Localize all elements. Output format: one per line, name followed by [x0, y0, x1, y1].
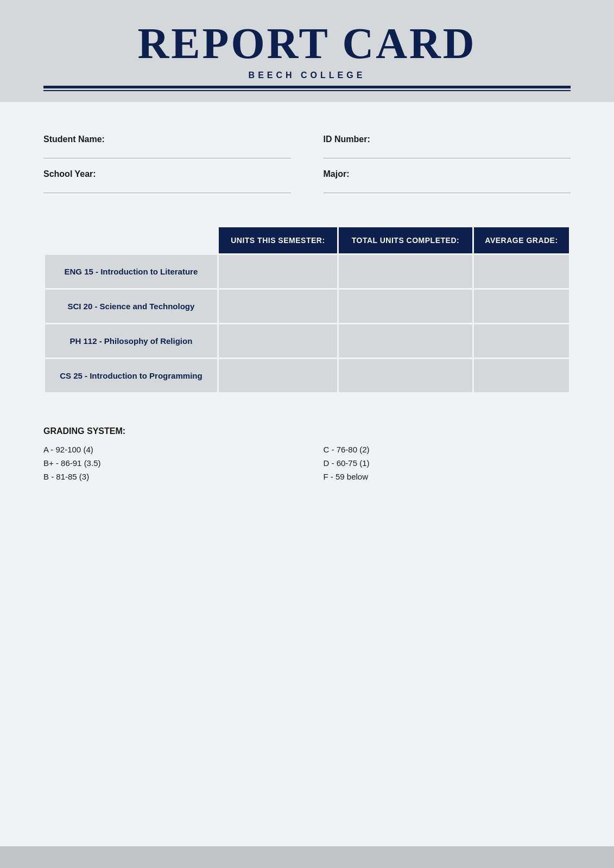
divider-thick	[43, 86, 571, 88]
id-number-line	[324, 148, 571, 158]
student-name-line	[43, 148, 291, 158]
cs25-units-semester	[219, 359, 337, 392]
page-wrapper: REPORT CARD BEECH COLLEGE Student Name: …	[0, 0, 614, 868]
id-number-label: ID Number:	[324, 135, 571, 144]
course-cs25: CS 25 - Introduction to Programming	[45, 359, 217, 392]
school-year-label: School Year:	[43, 169, 291, 179]
cs25-total-units	[339, 359, 472, 392]
course-eng15: ENG 15 - Introduction to Literature	[45, 255, 217, 288]
major-label: Major:	[324, 169, 571, 179]
course-ph112: PH 112 - Philosophy of Religion	[45, 324, 217, 358]
sci20-average-grade	[474, 290, 569, 323]
eng15-average-grade	[474, 255, 569, 288]
sci20-total-units	[339, 290, 472, 323]
ph112-units-semester	[219, 324, 337, 358]
th-course	[45, 227, 217, 253]
cs25-average-grade	[474, 359, 569, 392]
header: REPORT CARD BEECH COLLEGE	[0, 0, 614, 102]
ph112-total-units	[339, 324, 472, 358]
main-content: Student Name: ID Number: School Year: Ma…	[0, 102, 614, 846]
school-year-line	[43, 182, 291, 193]
table-row: CS 25 - Introduction to Programming	[45, 359, 569, 392]
grade-b: B - 81-85 (3)	[43, 472, 291, 481]
grade-f: F - 59 below	[324, 472, 571, 481]
grade-bplus: B+ - 86-91 (3.5)	[43, 458, 291, 468]
major-field: Major:	[324, 169, 571, 193]
ph112-average-grade	[474, 324, 569, 358]
table-row: PH 112 - Philosophy of Religion	[45, 324, 569, 358]
th-average-grade: AVERAGE GRADE:	[474, 227, 569, 253]
report-card-title: REPORT CARD	[43, 22, 571, 65]
eng15-units-semester	[219, 255, 337, 288]
grade-a: A - 92-100 (4)	[43, 445, 291, 454]
school-year-field: School Year:	[43, 169, 291, 193]
student-name-label: Student Name:	[43, 135, 291, 144]
grading-grid: A - 92-100 (4) C - 76-80 (2) B+ - 86-91 …	[43, 445, 571, 481]
grading-section: GRADING SYSTEM: A - 92-100 (4) C - 76-80…	[43, 426, 571, 481]
grades-table: UNITS THIS SEMESTER: TOTAL UNITS COMPLET…	[43, 226, 571, 394]
grade-d: D - 60-75 (1)	[324, 458, 571, 468]
divider	[43, 86, 571, 91]
th-units-semester: UNITS THIS SEMESTER:	[219, 227, 337, 253]
student-info-section: Student Name: ID Number: School Year: Ma…	[43, 135, 571, 193]
table-header-row: UNITS THIS SEMESTER: TOTAL UNITS COMPLET…	[45, 227, 569, 253]
student-name-field: Student Name:	[43, 135, 291, 158]
grade-c: C - 76-80 (2)	[324, 445, 571, 454]
table-row: SCI 20 - Science and Technology	[45, 290, 569, 323]
th-total-units: TOTAL UNITS COMPLETED:	[339, 227, 472, 253]
major-line	[324, 182, 571, 193]
table-row: ENG 15 - Introduction to Literature	[45, 255, 569, 288]
course-sci20: SCI 20 - Science and Technology	[45, 290, 217, 323]
college-name: BEECH COLLEGE	[43, 71, 571, 80]
footer	[0, 846, 614, 868]
id-number-field: ID Number:	[324, 135, 571, 158]
eng15-total-units	[339, 255, 472, 288]
divider-thin	[43, 90, 571, 91]
grading-title: GRADING SYSTEM:	[43, 426, 571, 436]
sci20-units-semester	[219, 290, 337, 323]
